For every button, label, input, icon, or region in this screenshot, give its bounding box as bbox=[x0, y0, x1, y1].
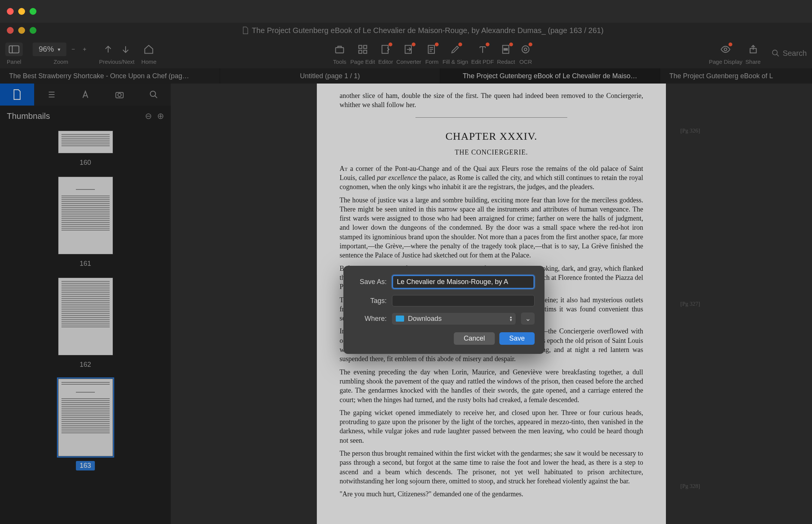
app-minimize-icon[interactable] bbox=[18, 27, 25, 34]
home-group: Home bbox=[141, 42, 156, 65]
thumb-preview bbox=[58, 177, 113, 254]
camera-icon bbox=[115, 90, 124, 99]
share-button[interactable] bbox=[746, 42, 761, 57]
thumbnail-list[interactable]: 160 161 162 bbox=[0, 127, 171, 524]
svg-line-21 bbox=[155, 96, 157, 98]
redact-label: Redact bbox=[497, 58, 515, 65]
next-page-button[interactable] bbox=[118, 42, 133, 57]
tools-group: Tools bbox=[332, 42, 347, 65]
maximize-window-icon[interactable] bbox=[30, 8, 36, 15]
ocr-button[interactable] bbox=[518, 42, 533, 57]
paragraph: The gaping wicket opened immediately to … bbox=[340, 408, 643, 445]
app-maximize-icon[interactable] bbox=[30, 27, 36, 34]
page-edit-button[interactable] bbox=[355, 42, 370, 57]
page-display-label: Page Display bbox=[709, 58, 742, 65]
saveas-input[interactable] bbox=[392, 275, 535, 289]
thumb-item-160[interactable]: 160 bbox=[0, 131, 171, 167]
tags-input[interactable] bbox=[392, 295, 535, 306]
where-dropdown[interactable]: Downloads ▲▼ bbox=[392, 313, 516, 325]
save-dialog: Save As: Tags: Where: Downloads ▲▼ ⌄ Can… bbox=[343, 266, 544, 354]
search-field[interactable]: Search bbox=[771, 49, 807, 58]
page-marker-327: [Pg 327] bbox=[680, 300, 700, 308]
thumb-preview bbox=[58, 379, 113, 456]
svg-rect-3 bbox=[359, 45, 362, 48]
minimize-window-icon[interactable] bbox=[18, 8, 25, 15]
toolbox-icon bbox=[334, 44, 345, 55]
home-icon bbox=[143, 44, 154, 55]
search-icon bbox=[149, 90, 158, 99]
panel-icon bbox=[9, 44, 19, 55]
redact-button[interactable] bbox=[499, 42, 514, 57]
tools-button[interactable] bbox=[332, 42, 347, 57]
home-button[interactable] bbox=[141, 42, 156, 57]
sidebar: Thumbnails ⊖ ⊕ 160 bbox=[0, 84, 171, 524]
prev-page-button[interactable] bbox=[101, 42, 116, 57]
share-group: Share bbox=[746, 42, 761, 65]
window-title: The Project Gutenberg eBook of Le Cheval… bbox=[252, 26, 603, 35]
panel-toggle-button[interactable] bbox=[5, 43, 23, 56]
expand-location-button[interactable]: ⌄ bbox=[521, 313, 535, 325]
panel-group: Panel bbox=[5, 42, 23, 65]
ocr-label: OCR bbox=[519, 58, 532, 65]
edit-pdf-button[interactable] bbox=[475, 42, 490, 57]
tab-strawberry[interactable]: The Best Strawberry Shortcake - Once Upo… bbox=[0, 68, 220, 84]
sidebar-header: Thumbnails ⊖ ⊕ bbox=[0, 106, 171, 127]
zoom-dropdown[interactable]: 96% ▾ bbox=[33, 43, 66, 56]
page-display-button[interactable] bbox=[718, 42, 733, 57]
sidebar-tab-annotations[interactable] bbox=[68, 84, 102, 106]
thumb-item-162[interactable]: 162 bbox=[0, 278, 171, 369]
notify-dot-icon bbox=[389, 43, 392, 46]
form-button[interactable] bbox=[424, 42, 439, 57]
converter-button[interactable] bbox=[401, 42, 416, 57]
where-value: Downloads bbox=[408, 315, 442, 323]
divider bbox=[415, 117, 567, 118]
saveas-label: Save As: bbox=[353, 278, 387, 286]
app-close-icon[interactable] bbox=[7, 27, 14, 34]
page-edit-label: Page Edit bbox=[350, 58, 375, 65]
thumb-item-163[interactable]: 163 bbox=[0, 379, 171, 470]
tab-chevalier-2[interactable]: The Project Gutenberg eBook of L bbox=[660, 68, 812, 84]
ocr-group: OCR bbox=[518, 42, 533, 65]
outer-traffic-lights bbox=[7, 8, 36, 15]
fill-sign-label: Fill & Sign bbox=[442, 58, 468, 65]
cancel-button[interactable]: Cancel bbox=[454, 332, 495, 345]
remove-thumb-button[interactable]: ⊖ bbox=[145, 111, 152, 121]
svg-point-13 bbox=[524, 48, 527, 51]
svg-rect-0 bbox=[9, 46, 19, 53]
save-button[interactable]: Save bbox=[499, 332, 535, 345]
form-group: Form bbox=[424, 42, 439, 65]
search-icon bbox=[771, 49, 780, 57]
editor-button[interactable] bbox=[378, 42, 393, 57]
tools-label: Tools bbox=[333, 58, 346, 65]
chevron-down-icon: ▾ bbox=[58, 46, 60, 52]
fill-sign-button[interactable] bbox=[448, 42, 463, 57]
svg-point-16 bbox=[772, 50, 777, 55]
panel-label: Panel bbox=[7, 58, 21, 65]
tab-untitled[interactable]: Untitled (page 1 / 1) bbox=[220, 68, 440, 84]
svg-rect-6 bbox=[364, 50, 367, 53]
outer-titlebar bbox=[0, 0, 812, 23]
notify-dot-icon bbox=[486, 43, 489, 46]
sidebar-tab-search[interactable] bbox=[137, 84, 171, 106]
nav-group: Previous/Next bbox=[99, 42, 134, 65]
tab-chevalier-active[interactable]: The Project Gutenberg eBook of Le Cheval… bbox=[440, 68, 660, 84]
notify-dot-icon bbox=[412, 43, 415, 46]
zoom-out-button[interactable]: − bbox=[69, 42, 78, 57]
grid-icon bbox=[357, 44, 368, 55]
sidebar-tab-outline[interactable] bbox=[34, 84, 68, 106]
sidebar-tab-thumbnails[interactable] bbox=[0, 84, 34, 106]
add-thumb-button[interactable]: ⊕ bbox=[157, 111, 164, 121]
thumb-preview bbox=[58, 131, 113, 153]
zoom-in-button[interactable]: + bbox=[80, 42, 89, 57]
svg-rect-7 bbox=[382, 45, 388, 53]
sidebar-tab-snapshot[interactable] bbox=[102, 84, 137, 106]
close-window-icon[interactable] bbox=[7, 8, 14, 15]
where-label: Where: bbox=[353, 315, 387, 323]
edit-pdf-group: Edit PDF bbox=[471, 42, 494, 65]
converter-group: Converter bbox=[396, 42, 421, 65]
paragraph: The house of justice was a large and som… bbox=[340, 196, 643, 260]
tabs-row: The Best Strawberry Shortcake - Once Upo… bbox=[0, 68, 812, 84]
thumb-item-161[interactable]: 161 bbox=[0, 177, 171, 268]
updown-icon: ▲▼ bbox=[509, 316, 513, 322]
paragraph: At a corner of the Pont-au-Change and of… bbox=[340, 164, 643, 192]
